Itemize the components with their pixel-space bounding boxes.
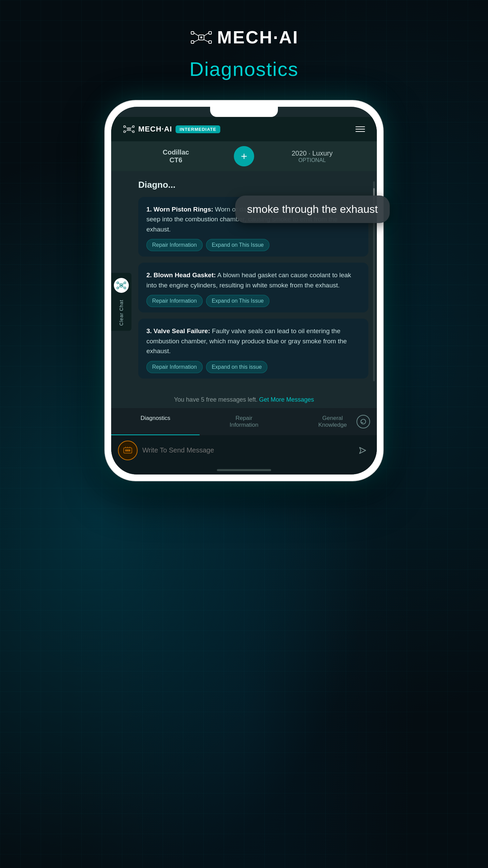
vehicle-add-button[interactable]: +: [234, 146, 254, 166]
svg-line-17: [125, 130, 127, 132]
app-subtitle: Diagnostics: [189, 58, 299, 80]
home-bar: [217, 469, 271, 471]
diag-card-3: 3. Valve Seal Failure: Faulty valve seal…: [138, 319, 368, 378]
free-messages-text: You have 5 free messages left.: [174, 396, 258, 403]
send-button[interactable]: [355, 443, 370, 458]
svg-point-19: [128, 128, 130, 130]
vehicle-right: 2020 · Luxury OPTIONAL: [254, 149, 370, 163]
avatar-icon: [116, 280, 127, 291]
diag-card-2: 2. Blown Head Gasket: A blown head gaske…: [138, 263, 368, 312]
card-1-repair-btn[interactable]: Repair Information: [146, 239, 203, 251]
message-input[interactable]: [142, 446, 350, 454]
svg-line-26: [123, 283, 124, 285]
section-title: Diagno...: [138, 180, 368, 190]
input-area: [111, 435, 377, 466]
mech-ai-logo-icon: [189, 28, 213, 47]
phone-notch: [210, 107, 278, 117]
svg-rect-23: [124, 287, 126, 289]
svg-line-25: [119, 283, 120, 285]
tab-repair-information[interactable]: RepairInformation: [200, 408, 288, 435]
sidebar-avatar: [114, 278, 129, 293]
page-content: MECH·AI Diagnostics smoke through the ex…: [0, 0, 488, 481]
phone-navbar: MECH·AI INTERMEDIATE: [111, 117, 377, 141]
app-logo: MECH·AI: [189, 27, 299, 47]
diag-card-3-text: 3. Valve Seal Failure: Faulty valve seal…: [146, 326, 360, 356]
tab-diagnostics[interactable]: Diagnostics: [111, 408, 200, 435]
svg-line-15: [125, 127, 127, 129]
nav-logo-text: MECH·AI: [138, 125, 172, 134]
app-logo-text: MECH·AI: [217, 27, 299, 47]
search-bubble-text: smoke through the exhaust: [247, 203, 378, 215]
sidebar-clear-chat[interactable]: Clear Chat: [111, 273, 131, 331]
svg-point-33: [127, 450, 128, 451]
phone-home-bar: [111, 466, 377, 475]
card-3-repair-btn[interactable]: Repair Information: [146, 361, 203, 373]
svg-point-29: [121, 285, 122, 286]
svg-rect-22: [117, 287, 119, 289]
diag-card-2-actions: Repair Information Expand on This Issue: [146, 295, 360, 307]
nav-logo-icon: [123, 124, 135, 134]
svg-point-34: [129, 450, 130, 451]
phone-wrapper: smoke through the exhaust: [105, 101, 383, 481]
obd-icon: [118, 441, 138, 460]
phone-screen: MECH·AI INTERMEDIATE Codillac CT6 +: [111, 107, 377, 475]
send-icon: [358, 446, 367, 455]
hamburger-menu[interactable]: [355, 126, 365, 132]
search-bubble: smoke through the exhaust: [235, 196, 390, 223]
card-2-expand-btn[interactable]: Expand on This Issue: [206, 295, 270, 307]
svg-line-18: [130, 130, 133, 132]
svg-rect-0: [191, 32, 194, 34]
phone-frame: MECH·AI INTERMEDIATE Codillac CT6 +: [105, 101, 383, 481]
svg-rect-21: [124, 282, 126, 284]
diag-card-3-actions: Repair Information Expand on this issue: [146, 361, 360, 373]
svg-line-6: [204, 33, 209, 36]
card-1-expand-btn[interactable]: Expand on This Issue: [206, 239, 270, 251]
svg-rect-12: [124, 131, 125, 133]
vehicle-left: Codillac CT6: [118, 148, 234, 164]
diag-card-1-actions: Repair Information Expand on This Issue: [146, 239, 360, 251]
vehicle-make: Codillac: [118, 148, 234, 156]
svg-rect-2: [191, 41, 194, 43]
card-2-repair-btn[interactable]: Repair Information: [146, 295, 203, 307]
bottom-tabs: Diagnostics RepairInformation GeneralKno…: [111, 408, 377, 435]
svg-point-32: [125, 450, 127, 451]
vehicle-bar: Codillac CT6 + 2020 · Luxury OPTIONAL: [111, 141, 377, 171]
card-3-expand-btn[interactable]: Expand on this issue: [206, 361, 268, 373]
vehicle-optional: OPTIONAL: [254, 157, 370, 163]
vehicle-year-trim: 2020 · Luxury: [254, 149, 370, 157]
app-header: MECH·AI Diagnostics: [189, 27, 299, 80]
svg-rect-11: [133, 126, 134, 127]
svg-line-27: [119, 286, 120, 288]
chat-footer-msg: You have 5 free messages left. Get More …: [111, 391, 377, 408]
svg-line-8: [204, 40, 209, 42]
refresh-button[interactable]: [357, 415, 370, 428]
diag-card-3-title: 3. Valve Seal Failure:: [146, 327, 210, 335]
svg-rect-20: [117, 282, 119, 284]
diag-card-2-title: 2. Blown Head Gasket:: [146, 271, 216, 279]
get-more-messages-link[interactable]: Get More Messages: [259, 396, 314, 403]
svg-line-28: [123, 286, 124, 288]
svg-line-7: [194, 40, 199, 42]
diag-card-2-text: 2. Blown Head Gasket: A blown head gaske…: [146, 270, 360, 290]
tab-repair-label: RepairInformation: [203, 415, 285, 428]
nav-logo: MECH·AI INTERMEDIATE: [123, 124, 220, 134]
svg-rect-3: [209, 41, 211, 43]
refresh-icon: [360, 418, 367, 425]
sidebar-clear-label: Clear Chat: [119, 300, 124, 326]
svg-rect-10: [124, 126, 125, 127]
svg-rect-1: [209, 32, 211, 34]
tab-diagnostics-label: Diagnostics: [115, 415, 196, 422]
diag-card-1-title: 1. Worn Piston Rings:: [146, 206, 213, 213]
svg-line-16: [130, 127, 133, 129]
obd-symbol-icon: [122, 444, 134, 457]
vehicle-model: CT6: [118, 156, 234, 164]
svg-point-9: [200, 36, 202, 38]
svg-line-5: [194, 33, 199, 36]
nav-badge: INTERMEDIATE: [176, 125, 221, 133]
svg-rect-13: [133, 131, 134, 133]
